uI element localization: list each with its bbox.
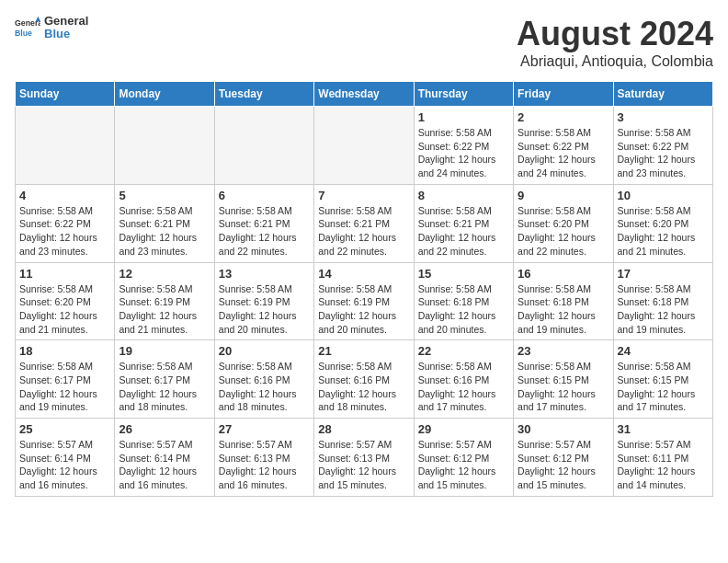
day-cell: 14Sunrise: 5:58 AMSunset: 6:19 PMDayligh… xyxy=(314,262,414,340)
day-info: Sunrise: 5:58 AMSunset: 6:20 PMDaylight:… xyxy=(19,282,110,337)
day-number: 29 xyxy=(418,422,509,436)
day-info: Sunrise: 5:58 AMSunset: 6:20 PMDaylight:… xyxy=(618,204,709,259)
day-cell: 7Sunrise: 5:58 AMSunset: 6:21 PMDaylight… xyxy=(314,184,414,262)
weekday-thursday: Thursday xyxy=(414,82,513,107)
day-number: 18 xyxy=(19,344,110,358)
day-info: Sunrise: 5:58 AMSunset: 6:15 PMDaylight:… xyxy=(618,360,709,414)
day-cell: 2Sunrise: 5:58 AMSunset: 6:22 PMDaylight… xyxy=(514,107,613,185)
day-cell: 23Sunrise: 5:58 AMSunset: 6:15 PMDayligh… xyxy=(514,340,613,419)
day-number: 3 xyxy=(618,110,709,124)
weekday-header-row: SundayMondayTuesdayWednesdayThursdayFrid… xyxy=(16,82,713,107)
day-info: Sunrise: 5:58 AMSunset: 6:16 PMDaylight:… xyxy=(318,360,409,414)
page-title: August 2024 xyxy=(517,15,713,53)
day-cell xyxy=(314,107,414,185)
day-number: 31 xyxy=(618,422,709,436)
day-number: 21 xyxy=(318,344,409,358)
day-cell: 19Sunrise: 5:58 AMSunset: 6:17 PMDayligh… xyxy=(115,340,214,419)
day-cell xyxy=(115,107,214,185)
logo-line2: Blue xyxy=(44,28,88,40)
day-cell: 25Sunrise: 5:57 AMSunset: 6:14 PMDayligh… xyxy=(16,419,115,497)
day-number: 11 xyxy=(19,267,110,281)
day-number: 20 xyxy=(219,344,310,358)
day-cell: 4Sunrise: 5:58 AMSunset: 6:22 PMDaylight… xyxy=(16,184,115,262)
day-number: 25 xyxy=(19,422,110,436)
day-cell: 13Sunrise: 5:58 AMSunset: 6:19 PMDayligh… xyxy=(214,262,313,340)
day-cell: 31Sunrise: 5:57 AMSunset: 6:11 PMDayligh… xyxy=(613,419,712,497)
day-number: 14 xyxy=(318,267,409,281)
week-row-4: 18Sunrise: 5:58 AMSunset: 6:17 PMDayligh… xyxy=(16,340,713,419)
day-info: Sunrise: 5:58 AMSunset: 6:19 PMDaylight:… xyxy=(318,282,409,337)
day-cell: 24Sunrise: 5:58 AMSunset: 6:15 PMDayligh… xyxy=(613,340,712,419)
logo: General Blue General Blue xyxy=(15,15,88,41)
day-cell: 29Sunrise: 5:57 AMSunset: 6:12 PMDayligh… xyxy=(414,419,513,497)
day-info: Sunrise: 5:58 AMSunset: 6:19 PMDaylight:… xyxy=(119,282,210,337)
day-info: Sunrise: 5:58 AMSunset: 6:15 PMDaylight:… xyxy=(518,360,609,414)
weekday-wednesday: Wednesday xyxy=(314,82,414,107)
week-row-2: 4Sunrise: 5:58 AMSunset: 6:22 PMDaylight… xyxy=(16,184,713,262)
day-info: Sunrise: 5:58 AMSunset: 6:22 PMDaylight:… xyxy=(19,204,110,259)
day-number: 2 xyxy=(518,110,609,124)
calendar-table: SundayMondayTuesdayWednesdayThursdayFrid… xyxy=(15,81,713,497)
weekday-tuesday: Tuesday xyxy=(214,82,313,107)
day-info: Sunrise: 5:58 AMSunset: 6:17 PMDaylight:… xyxy=(119,360,210,414)
day-info: Sunrise: 5:58 AMSunset: 6:22 PMDaylight:… xyxy=(518,126,609,180)
day-cell: 1Sunrise: 5:58 AMSunset: 6:22 PMDaylight… xyxy=(414,107,513,185)
day-number: 7 xyxy=(318,189,409,202)
day-number: 12 xyxy=(119,267,210,281)
title-block: August 2024 Abriaqui, Antioquia, Colombi… xyxy=(517,15,713,70)
day-info: Sunrise: 5:58 AMSunset: 6:19 PMDaylight:… xyxy=(219,282,310,337)
day-cell: 3Sunrise: 5:58 AMSunset: 6:22 PMDaylight… xyxy=(613,107,712,185)
day-cell: 8Sunrise: 5:58 AMSunset: 6:21 PMDaylight… xyxy=(414,184,513,262)
day-cell xyxy=(16,107,115,185)
day-number: 27 xyxy=(219,422,310,436)
day-info: Sunrise: 5:57 AMSunset: 6:12 PMDaylight:… xyxy=(518,438,609,492)
day-info: Sunrise: 5:57 AMSunset: 6:13 PMDaylight:… xyxy=(318,438,409,492)
day-info: Sunrise: 5:58 AMSunset: 6:21 PMDaylight:… xyxy=(119,204,210,259)
page-subtitle: Abriaqui, Antioquia, Colombia xyxy=(517,53,713,70)
weekday-monday: Monday xyxy=(115,82,214,107)
day-info: Sunrise: 5:57 AMSunset: 6:12 PMDaylight:… xyxy=(418,438,509,492)
day-number: 30 xyxy=(518,422,609,436)
day-cell: 10Sunrise: 5:58 AMSunset: 6:20 PMDayligh… xyxy=(613,184,712,262)
day-number: 17 xyxy=(618,267,709,281)
day-cell: 9Sunrise: 5:58 AMSunset: 6:20 PMDaylight… xyxy=(514,184,613,262)
day-info: Sunrise: 5:58 AMSunset: 6:16 PMDaylight:… xyxy=(219,360,310,414)
day-number: 9 xyxy=(518,189,609,202)
day-cell: 18Sunrise: 5:58 AMSunset: 6:17 PMDayligh… xyxy=(16,340,115,419)
calendar-body: 1Sunrise: 5:58 AMSunset: 6:22 PMDaylight… xyxy=(16,107,713,497)
day-info: Sunrise: 5:58 AMSunset: 6:21 PMDaylight:… xyxy=(318,204,409,259)
day-cell: 20Sunrise: 5:58 AMSunset: 6:16 PMDayligh… xyxy=(214,340,313,419)
weekday-saturday: Saturday xyxy=(613,82,712,107)
day-number: 28 xyxy=(318,422,409,436)
day-info: Sunrise: 5:58 AMSunset: 6:18 PMDaylight:… xyxy=(618,282,709,337)
day-info: Sunrise: 5:58 AMSunset: 6:18 PMDaylight:… xyxy=(418,282,509,337)
day-cell: 6Sunrise: 5:58 AMSunset: 6:21 PMDaylight… xyxy=(214,184,313,262)
day-cell: 27Sunrise: 5:57 AMSunset: 6:13 PMDayligh… xyxy=(214,419,313,497)
day-cell xyxy=(214,107,313,185)
day-cell: 26Sunrise: 5:57 AMSunset: 6:14 PMDayligh… xyxy=(115,419,214,497)
day-info: Sunrise: 5:57 AMSunset: 6:11 PMDaylight:… xyxy=(618,438,709,492)
svg-text:Blue: Blue xyxy=(15,29,32,38)
day-number: 15 xyxy=(418,267,509,281)
week-row-3: 11Sunrise: 5:58 AMSunset: 6:20 PMDayligh… xyxy=(16,262,713,340)
day-cell: 17Sunrise: 5:58 AMSunset: 6:18 PMDayligh… xyxy=(613,262,712,340)
day-cell: 11Sunrise: 5:58 AMSunset: 6:20 PMDayligh… xyxy=(16,262,115,340)
day-cell: 30Sunrise: 5:57 AMSunset: 6:12 PMDayligh… xyxy=(514,419,613,497)
day-cell: 15Sunrise: 5:58 AMSunset: 6:18 PMDayligh… xyxy=(414,262,513,340)
day-info: Sunrise: 5:58 AMSunset: 6:21 PMDaylight:… xyxy=(418,204,509,259)
page-header: General Blue General Blue August 2024 Ab… xyxy=(15,15,713,70)
day-info: Sunrise: 5:57 AMSunset: 6:14 PMDaylight:… xyxy=(19,438,110,492)
day-number: 23 xyxy=(518,344,609,358)
day-cell: 21Sunrise: 5:58 AMSunset: 6:16 PMDayligh… xyxy=(314,340,414,419)
weekday-friday: Friday xyxy=(514,82,613,107)
day-number: 26 xyxy=(119,422,210,436)
day-number: 10 xyxy=(618,189,709,202)
day-number: 19 xyxy=(119,344,210,358)
week-row-5: 25Sunrise: 5:57 AMSunset: 6:14 PMDayligh… xyxy=(16,419,713,497)
day-cell: 28Sunrise: 5:57 AMSunset: 6:13 PMDayligh… xyxy=(314,419,414,497)
day-number: 24 xyxy=(618,344,709,358)
logo-line1: General xyxy=(44,15,88,28)
day-cell: 12Sunrise: 5:58 AMSunset: 6:19 PMDayligh… xyxy=(115,262,214,340)
day-number: 16 xyxy=(518,267,609,281)
day-number: 6 xyxy=(219,189,310,202)
